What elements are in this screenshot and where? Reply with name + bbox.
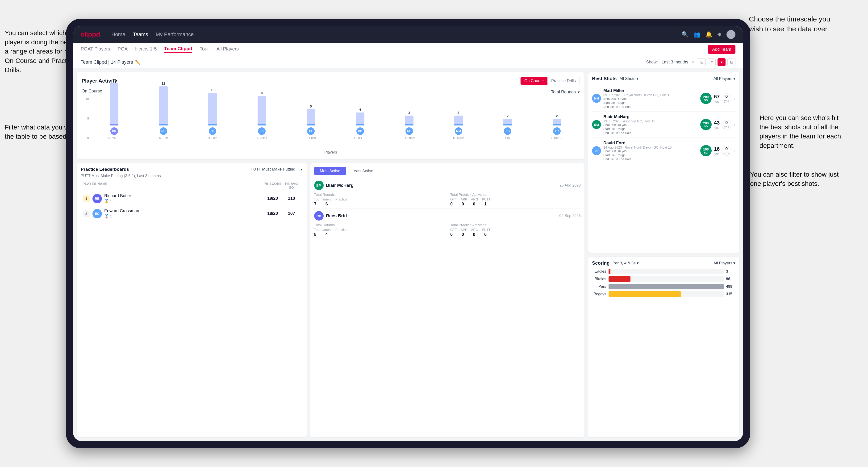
bar-chart-container: 0 5 10 13 BM B. McHarg 12 RB <box>82 97 580 154</box>
gtt-label: GTT <box>450 197 457 201</box>
list-item[interactable]: MM Matt Miller 09 Jun 2023 · Royal North… <box>592 85 736 111</box>
bar-group: 2 LR L. Robertson <box>534 114 580 139</box>
shot-detail-block: Shot Dist: 67 yds Start Lie: Rough End L… <box>603 97 698 108</box>
view-icons: ⊞ ≡ ♥ ⊟ <box>698 58 736 66</box>
bar-value: 2 <box>556 114 558 118</box>
sub-nav-pga[interactable]: PGA <box>118 46 128 53</box>
table-row[interactable]: 1 RB Richard Butler 🥇 1 19/20 110 <box>81 191 303 206</box>
shot-detail: 09 Jun 2023 · Royal North Devon GC, Hole… <box>603 93 698 97</box>
avatar: BM <box>592 120 601 129</box>
shot-zero-unit: yds <box>724 99 729 102</box>
bar <box>208 93 217 125</box>
app-val: 0 <box>462 201 469 207</box>
x-axis-label: J. Coles <box>257 136 267 139</box>
sc-bar-container <box>609 276 724 282</box>
chart-filter-right[interactable]: Total Rounds ▾ <box>551 90 580 95</box>
sub-nav-tour[interactable]: Tour <box>200 46 209 53</box>
lb-player-name: Richard Butler 🥇 1 <box>104 193 263 204</box>
list-item[interactable]: BM Blair McHarg 23 Jul 2023 · Ashridge G… <box>592 111 736 137</box>
gtt-val: 0 <box>450 201 458 207</box>
sub-nav-hcaps[interactable]: Hcaps 1-5 <box>135 46 157 53</box>
bs-players-filter[interactable]: All Players ▾ <box>714 76 736 81</box>
bell-icon[interactable]: 🔔 <box>705 31 712 38</box>
users-icon[interactable]: 👥 <box>693 31 701 38</box>
most-active-tab[interactable]: Most Active <box>314 167 346 175</box>
list-item: Birdies 96 <box>592 276 736 282</box>
table-row[interactable]: 2 EC Edward Crossman 🥈 2 18/20 107 <box>81 206 303 221</box>
search-icon[interactable]: 🔍 <box>682 31 689 38</box>
card-view-btn[interactable]: ♥ <box>717 58 725 66</box>
chevron-down-icon[interactable]: ▾ <box>692 60 694 64</box>
best-shots-card: Best Shots All Shots ▾ All Players ▾ MM … <box>588 72 739 253</box>
least-active-tab[interactable]: Least Active <box>346 167 379 175</box>
lb-col-name: PLAYER NAME <box>83 182 263 189</box>
add-team-button[interactable]: Add Team <box>708 45 736 54</box>
avatar: RB <box>92 194 102 203</box>
avatar: DF <box>592 146 601 155</box>
bar-highlight <box>553 124 561 125</box>
bar-group: 9 JC J. Coles <box>239 91 285 139</box>
player-activity-card: Player Activity On Course Practice Drill… <box>77 72 585 159</box>
shot-chevron-icon[interactable]: › <box>734 96 736 101</box>
shot-chevron-icon[interactable]: › <box>734 122 736 127</box>
sub-nav-all-players[interactable]: All Players <box>217 46 239 53</box>
bar-value: 5 <box>310 104 312 108</box>
stats-values: 8 4 <box>314 232 445 237</box>
sc-players-filter-label: All Players <box>714 261 733 266</box>
on-course-toggle[interactable]: On Course <box>521 77 548 85</box>
bar-value: 3 <box>408 111 410 115</box>
shot-stat-unit: yds <box>714 152 720 156</box>
bar-highlight <box>257 124 266 125</box>
practice-val: 4 <box>326 232 333 237</box>
shot-chevron-icon[interactable]: › <box>734 148 736 154</box>
badge-label: SG <box>703 125 709 128</box>
bar-value: 10 <box>211 88 214 92</box>
sc-par-filter[interactable]: Par 3, 4 & 5s ▾ <box>612 261 639 266</box>
list-item[interactable]: DF David Ford 24 Aug 2023 · Royal North … <box>592 137 736 164</box>
nav-teams[interactable]: Teams <box>133 31 148 37</box>
lb-rank: 1 <box>83 195 90 203</box>
shot-stat-dist: 43 yds <box>714 120 720 129</box>
grid-view-btn[interactable]: ⊞ <box>698 58 706 66</box>
main-content: Player Activity On Course Practice Drill… <box>73 68 743 441</box>
putt-label: PUTT <box>482 197 491 201</box>
chart-filter-label: Total Rounds <box>551 90 576 95</box>
plus-circle-icon[interactable]: ⊕ <box>717 31 722 38</box>
bar-avatar: EE <box>307 127 315 135</box>
bar-avatar: BM <box>111 127 118 135</box>
shot-detail: 24 Aug 2023 · Royal North Devon GC, Hole… <box>603 146 698 149</box>
bar-value: 12 <box>161 82 165 85</box>
bar-group: 3 RB R. Butler <box>386 111 432 139</box>
nav-home[interactable]: Home <box>111 31 125 37</box>
list-item[interactable]: RB Rees Britt 02 Sep 2023 Total Rounds T… <box>314 209 581 237</box>
lb-filter[interactable]: PUTT Must Make Putting ... ▾ <box>250 167 303 172</box>
practice-val: 6 <box>326 201 333 207</box>
nav-my-performance[interactable]: My Performance <box>156 31 194 37</box>
table-view-btn[interactable]: ⊟ <box>727 58 736 66</box>
sub-nav-team-clippd[interactable]: Team Clippd <box>164 46 192 53</box>
active-tabs: Most Active Least Active <box>314 167 581 175</box>
show-select[interactable]: Last 3 months <box>661 60 688 65</box>
practice-drills-toggle[interactable]: Practice Drills <box>548 77 580 85</box>
shot-stat-zero: 0 yds <box>724 147 729 155</box>
team-header-right: Show: Last 3 months ▾ ⊞ ≡ ♥ ⊟ <box>646 58 736 66</box>
annotation-filter-player: You can also filter to show just one pla… <box>750 170 849 188</box>
shot-info: David Ford 24 Aug 2023 · Royal North Dev… <box>603 141 698 161</box>
bs-header: Best Shots All Shots ▾ All Players ▾ <box>592 76 736 81</box>
bs-shots-filter[interactable]: All Shots ▾ <box>619 76 638 81</box>
sc-players-filter[interactable]: All Players ▾ <box>714 261 736 266</box>
putt-val: 1 <box>484 201 492 207</box>
x-axis-title: Players <box>82 150 580 154</box>
x-axis-label: L. Robertson <box>551 136 563 139</box>
bar-avatar: OB <box>356 127 364 135</box>
list-item[interactable]: BM Blair McHarg 26 Aug 2023 Total Rounds… <box>314 178 581 207</box>
sub-nav-pgat[interactable]: PGAT Players <box>81 46 110 53</box>
bar-avatar: LR <box>553 127 561 135</box>
list-view-btn[interactable]: ≡ <box>708 58 716 66</box>
bar-group: 4 OB O. Billingham <box>337 108 383 139</box>
active-players: BM Blair McHarg 26 Aug 2023 Total Rounds… <box>314 178 581 237</box>
avatar[interactable] <box>726 30 736 39</box>
bar-value: 3 <box>458 111 460 115</box>
edit-team-icon[interactable]: ✏️ <box>135 60 140 65</box>
x-axis-label: M. Miller <box>453 136 464 139</box>
